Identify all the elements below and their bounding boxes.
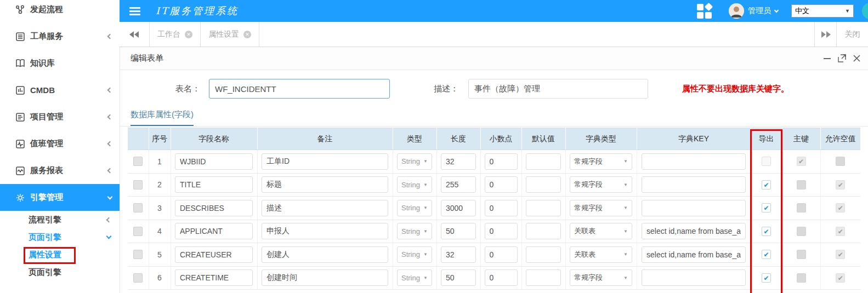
default-input[interactable] <box>526 153 561 170</box>
export-checkbox[interactable] <box>762 157 771 166</box>
field-name-input[interactable] <box>175 223 253 239</box>
default-input[interactable] <box>526 200 561 216</box>
dict-key-input[interactable] <box>642 269 746 286</box>
user-menu[interactable]: 管理员 <box>748 6 778 16</box>
remark-input[interactable] <box>262 200 388 216</box>
row-select-checkbox[interactable] <box>133 227 143 236</box>
sidebar-subitem-process-engine[interactable]: 流程引擎 <box>0 211 120 228</box>
sidebar-item-duty-mgmt[interactable]: 值班管理 <box>0 130 120 157</box>
default-input[interactable] <box>526 246 561 263</box>
table-name-input[interactable] <box>209 79 390 99</box>
tab-attribute-settings[interactable]: 属性设置 <box>201 22 259 47</box>
decimal-input[interactable] <box>485 246 518 263</box>
dict-type-select[interactable]: 常规字段▼ <box>570 176 632 193</box>
decimal-input[interactable] <box>485 176 518 193</box>
table-row: 1 String▼ 常规字段▼ ✔ <box>128 150 860 174</box>
sidebar-item-knowledge-base[interactable]: 知识库 <box>0 50 120 77</box>
row-select-checkbox[interactable] <box>133 273 143 283</box>
remark-input[interactable] <box>262 153 388 170</box>
export-checkbox[interactable]: ✔ <box>762 227 771 236</box>
tab-database-attributes[interactable]: 数据库属性(字段) <box>131 110 194 126</box>
length-input[interactable] <box>441 176 476 193</box>
dict-key-input[interactable] <box>642 200 746 216</box>
export-checkbox[interactable]: ✔ <box>762 273 771 283</box>
field-name-input[interactable] <box>175 153 253 170</box>
dict-key-input[interactable] <box>642 246 746 263</box>
primary-key-checkbox <box>797 227 806 236</box>
dict-key-input[interactable] <box>642 153 746 170</box>
dict-type-select[interactable]: 关联表▼ <box>570 246 632 263</box>
remark-input[interactable] <box>262 246 388 263</box>
length-input[interactable] <box>441 269 476 286</box>
row-select-checkbox[interactable] <box>133 250 143 259</box>
sidebar-subitem-attribute-settings[interactable]: 属性设置 <box>0 246 120 263</box>
hamburger-menu-icon[interactable] <box>129 7 140 15</box>
col-decimal: 小数点 <box>480 128 521 150</box>
remark-input[interactable] <box>262 269 388 286</box>
maximize-icon[interactable] <box>838 54 846 62</box>
row-select-checkbox[interactable] <box>133 180 143 189</box>
language-select[interactable]: 中文 ▼ <box>791 4 854 18</box>
length-input[interactable] <box>441 200 476 216</box>
row-select-checkbox[interactable] <box>133 203 143 212</box>
field-name-input[interactable] <box>175 176 253 193</box>
type-select[interactable]: String▼ <box>397 176 432 193</box>
sidebar-subitem-page-engine[interactable]: 页面引擎 <box>0 228 120 246</box>
remark-input[interactable] <box>262 176 388 193</box>
user-avatar[interactable] <box>729 3 744 19</box>
sidebar-subitem-page-engine-2[interactable]: 页面引擎 <box>0 263 120 281</box>
sidebar-item-start-process[interactable]: 发起流程 <box>0 0 120 23</box>
dict-type-select[interactable]: 常规字段▼ <box>570 269 632 286</box>
length-input[interactable] <box>441 246 476 263</box>
type-select[interactable]: String▼ <box>397 200 432 216</box>
decimal-input[interactable] <box>485 153 518 170</box>
tab-workbench[interactable]: 工作台 <box>150 22 201 47</box>
dict-type-select[interactable]: 常规字段▼ <box>570 153 632 170</box>
tab-close-icon[interactable] <box>243 31 251 38</box>
sidebar-item-cmdb[interactable]: CMDB <box>0 77 120 104</box>
col-default: 默认值 <box>521 128 565 150</box>
decimal-input[interactable] <box>485 223 518 239</box>
dict-type-select[interactable]: 常规字段▼ <box>570 200 632 216</box>
scroll-tabs-left-button[interactable] <box>120 22 150 47</box>
field-name-input[interactable] <box>175 200 253 216</box>
default-input[interactable] <box>526 223 561 239</box>
sidebar-item-engine-mgmt[interactable]: 引擎管理 <box>0 184 120 211</box>
type-select[interactable]: String▼ <box>397 269 432 286</box>
close-all-tabs-button[interactable]: 关闭 <box>836 22 868 47</box>
export-checkbox[interactable]: ✔ <box>762 250 771 259</box>
sidebar-item-work-order[interactable]: 工单服务 <box>0 23 120 50</box>
type-select[interactable]: String▼ <box>397 246 432 263</box>
tab-close-icon[interactable] <box>185 31 192 38</box>
pulse-icon <box>15 139 25 149</box>
dict-type-select[interactable]: 关联表▼ <box>570 223 632 239</box>
field-name-input[interactable] <box>175 246 253 263</box>
panel-title: 编辑表单 <box>131 53 163 64</box>
row-select-checkbox[interactable] <box>133 157 143 166</box>
export-checkbox[interactable]: ✔ <box>762 203 771 212</box>
close-icon[interactable] <box>853 55 860 62</box>
default-input[interactable] <box>526 176 561 193</box>
type-select[interactable]: String▼ <box>397 153 432 170</box>
description-input[interactable] <box>468 79 648 99</box>
caret-down-icon: ▼ <box>845 8 850 14</box>
dict-key-input[interactable] <box>642 176 746 193</box>
sidebar-item-service-report[interactable]: 服务报表 <box>0 157 120 184</box>
apps-grid-icon[interactable] <box>697 3 712 19</box>
minimize-icon[interactable] <box>824 58 831 59</box>
export-checkbox[interactable]: ✔ <box>762 180 771 189</box>
type-select[interactable]: String▼ <box>397 223 432 239</box>
col-export: 导出 <box>751 128 782 150</box>
field-name-input[interactable] <box>175 269 253 286</box>
dict-key-input[interactable] <box>642 223 746 239</box>
remark-input[interactable] <box>262 223 388 239</box>
default-input[interactable] <box>526 269 561 286</box>
sidebar-item-project-mgmt[interactable]: 项目管理 <box>0 104 120 130</box>
description-label: 描述： <box>390 84 468 94</box>
length-input[interactable] <box>441 223 476 239</box>
decimal-input[interactable] <box>485 269 518 286</box>
scroll-tabs-right-button[interactable] <box>814 22 836 47</box>
sidebar-item-label: CMDB <box>30 85 108 95</box>
decimal-input[interactable] <box>485 200 518 216</box>
length-input[interactable] <box>441 153 476 170</box>
